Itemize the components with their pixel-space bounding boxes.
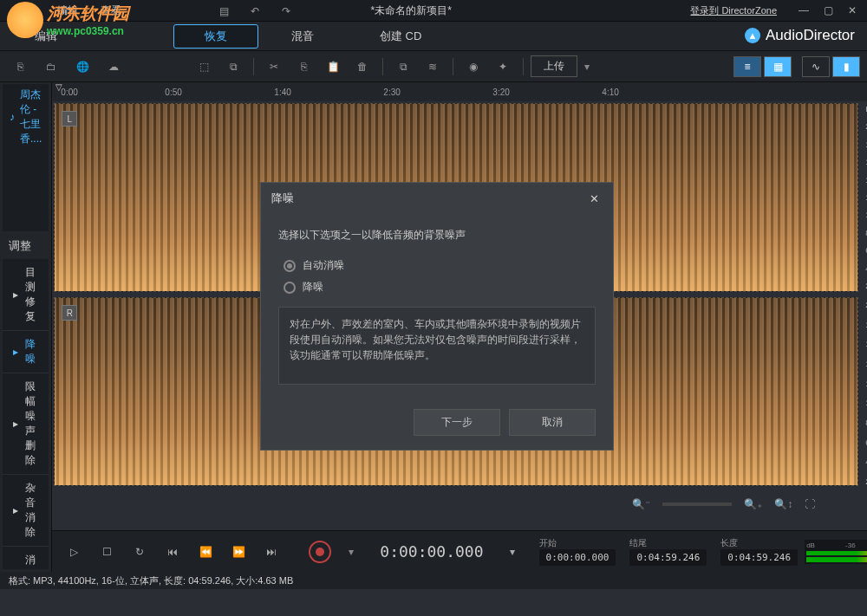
cancel-button[interactable]: 取消 xyxy=(509,409,596,436)
adjust-header: 调整 xyxy=(0,233,51,259)
view-mode2-icon[interactable]: ▮ xyxy=(832,56,860,77)
file-item[interactable]: ♪ 周杰伦 - 七里香.... xyxy=(3,84,49,150)
zoom-in-h-icon[interactable]: 🔍₊ xyxy=(744,498,762,510)
stop-button[interactable]: ☐ xyxy=(94,539,120,565)
chevron-down-icon[interactable]: ▾ xyxy=(338,539,364,565)
menu-edit-top[interactable]: 编辑 xyxy=(47,1,88,21)
download-media-icon[interactable]: 🌐 xyxy=(69,55,95,78)
menu-view[interactable]: 查看 xyxy=(90,1,132,21)
select-tool-icon[interactable]: ⬚ xyxy=(191,55,217,78)
tab-restore[interactable]: 恢复 xyxy=(173,24,258,49)
paste-icon[interactable]: 📋 xyxy=(320,55,346,78)
tab-mix[interactable]: 混音 xyxy=(258,24,347,49)
playhead-time: 0:00:00.000 xyxy=(380,542,483,561)
adjust-hum-removal[interactable]: ▸消除嗡嗡声 xyxy=(3,547,49,569)
dialog-prompt: 选择以下选项之一以降低音频的背景噪声 xyxy=(278,228,596,243)
tab-create-cd[interactable]: 创建 CD xyxy=(347,24,454,49)
menu-file[interactable]: 文件 xyxy=(3,1,45,21)
range-tool-icon[interactable]: ⧉ xyxy=(220,55,246,78)
channel-badge-L: L xyxy=(62,111,77,126)
copy-icon[interactable]: ⎘ xyxy=(290,55,316,78)
cloud-icon[interactable]: ☁ xyxy=(101,55,127,78)
time-length[interactable]: 0:04:59.246 xyxy=(720,549,798,566)
dialog-description: 对在户外、声效差的室内、车内或其他嘈杂环境中录制的视频片段使用自动消噪。如果您无… xyxy=(278,307,596,385)
effect2-icon[interactable]: ✦ xyxy=(490,55,516,78)
adjust-clip-removal[interactable]: ▸限幅噪声删除 xyxy=(3,373,49,475)
logo-icon: ▲ xyxy=(745,28,760,43)
effect1-icon[interactable]: ◉ xyxy=(460,55,486,78)
radio-icon xyxy=(284,260,296,272)
adjust-noise-reduction[interactable]: ▸降噪 xyxy=(3,331,49,373)
next-button[interactable]: 下一步 xyxy=(414,409,500,436)
view-mode1-icon[interactable]: ∿ xyxy=(802,56,830,77)
zoom-slider[interactable] xyxy=(662,503,732,506)
upload-button[interactable]: 上传 xyxy=(531,55,577,77)
rewind-button[interactable]: ⏪ xyxy=(192,539,218,565)
undo-icon[interactable]: ↶ xyxy=(242,0,268,23)
chevron-right-icon: ▸ xyxy=(13,418,18,430)
minimize-button[interactable]: — xyxy=(792,3,815,18)
forward-button[interactable]: ⏩ xyxy=(225,539,251,565)
time-start[interactable]: 0:00:00.000 xyxy=(539,549,616,566)
skip-start-button[interactable]: ⏮ xyxy=(160,539,186,565)
radio-icon xyxy=(284,282,296,294)
chevron-right-icon: ▸ xyxy=(13,504,18,516)
noise-reduction-dialog: 降噪 ✕ 选择以下选项之一以降低音频的背景噪声 自动消噪 降噪 对在户外、声效差… xyxy=(260,182,614,451)
adjust-click-removal[interactable]: ▸杂音消除 xyxy=(3,475,49,547)
chevron-right-icon: ▸ xyxy=(13,289,18,301)
dialog-close-button[interactable]: ✕ xyxy=(585,190,603,207)
record-button[interactable] xyxy=(309,541,331,563)
login-link[interactable]: 登录到 DirectorZone xyxy=(690,4,777,17)
import-file-icon[interactable]: ⎘ xyxy=(7,55,33,78)
save-icon[interactable]: ▤ xyxy=(211,0,237,23)
chevron-down-icon[interactable]: ▾ xyxy=(584,61,590,73)
maximize-button[interactable]: ▢ xyxy=(817,3,839,18)
zoom-fit-icon[interactable]: ⛶ xyxy=(805,498,815,510)
radio-auto-denoise[interactable]: 自动消噪 xyxy=(278,255,596,276)
time-options-icon[interactable]: ▾ xyxy=(499,539,525,565)
loop-button[interactable]: ↻ xyxy=(127,539,153,565)
close-button[interactable]: ✕ xyxy=(841,3,864,18)
normalize-icon[interactable]: ≋ xyxy=(420,55,446,78)
file-list: ♪ 周杰伦 - 七里香.... xyxy=(3,84,49,231)
view-wave-icon[interactable]: ≡ xyxy=(733,56,761,77)
music-note-icon: ♪ xyxy=(10,111,15,123)
cut-icon[interactable]: ✂ xyxy=(261,55,287,78)
redo-icon[interactable]: ↷ xyxy=(273,0,299,23)
level-meter: dB-360 xyxy=(805,540,867,564)
play-button[interactable]: ▷ xyxy=(61,539,87,565)
skip-end-button[interactable]: ⏭ xyxy=(258,539,284,565)
crop-icon[interactable]: ⧉ xyxy=(390,55,416,78)
tab-edit[interactable]: 编辑 xyxy=(35,29,57,44)
radio-noise-reduction[interactable]: 降噪 xyxy=(278,276,596,298)
adjust-visual-repair[interactable]: ▸目测修复 xyxy=(3,259,49,331)
import-folder-icon[interactable]: 🗀 xyxy=(38,55,64,78)
delete-icon[interactable]: 🗑 xyxy=(349,55,375,78)
channel-badge-R: R xyxy=(62,305,77,321)
view-spectro-icon[interactable]: ▦ xyxy=(764,56,792,77)
dialog-title: 降噪 xyxy=(271,191,294,206)
chevron-right-icon: ▸ xyxy=(13,346,18,358)
status-bar: 格式: MP3, 44100Hz, 16-位, 立体声, 长度: 04:59.2… xyxy=(0,572,867,589)
zoom-out-icon[interactable]: 🔍⁻ xyxy=(632,498,650,510)
timeline-ruler[interactable]: ▽ 0:00 0:50 1:40 2:30 3:20 4:10 xyxy=(52,82,867,101)
app-logo: ▲ AudioDirector xyxy=(745,27,855,44)
zoom-in-v-icon[interactable]: 🔍↕ xyxy=(774,498,792,510)
time-end[interactable]: 0:04:59.246 xyxy=(629,549,707,566)
